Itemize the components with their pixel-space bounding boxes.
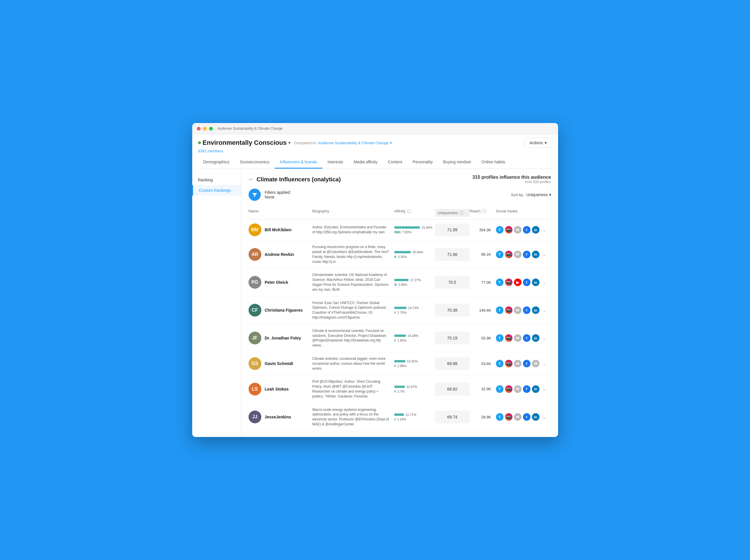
expand-row-button[interactable]: ⌄ xyxy=(542,227,551,233)
person-name[interactable]: Leah Stokes xyxy=(265,387,289,391)
tab-socioeconomics[interactable]: Socioeconomics xyxy=(235,156,275,169)
instagram-icon[interactable]: 📷 xyxy=(505,360,512,367)
compared-to-link[interactable]: Audiense Sustainability & Climate Change xyxy=(318,141,389,145)
instagram-icon[interactable]: 📷 xyxy=(505,278,512,286)
person-cell: CF Christiana Figueres xyxy=(249,304,312,316)
person-cell: AR Andrew Revkin xyxy=(249,248,312,261)
other-icon[interactable]: ✉ xyxy=(532,360,539,367)
facebook-icon[interactable]: f xyxy=(523,226,531,233)
other-icon[interactable]: ✉ xyxy=(514,226,521,233)
person-name[interactable]: Peter Gleick xyxy=(265,280,288,285)
compared-to-chevron[interactable]: ▾ xyxy=(390,141,392,145)
main-content: Ranking Custom Rankings ← Climate Influe… xyxy=(192,169,558,437)
tab-buying-mindset[interactable]: Buying mindset xyxy=(438,156,476,169)
person-name[interactable]: Andrew Revkin xyxy=(265,252,294,257)
twitter-icon[interactable]: T xyxy=(496,360,504,367)
twitter-icon[interactable]: T xyxy=(496,306,504,314)
twitter-icon[interactable]: T xyxy=(496,385,504,393)
actions-button[interactable]: Actions ▾ xyxy=(524,138,552,148)
facebook-icon[interactable]: f xyxy=(523,278,531,286)
facebook-icon[interactable]: f xyxy=(523,385,531,393)
expand-row-button[interactable]: ⌄ xyxy=(542,252,551,257)
facebook-icon[interactable]: f xyxy=(523,306,531,314)
facebook-icon[interactable]: f xyxy=(523,360,531,367)
maximize-button[interactable] xyxy=(209,127,213,130)
social-cell: T📷▶fin xyxy=(496,278,542,286)
close-button[interactable] xyxy=(197,127,201,130)
facebook-icon[interactable]: f xyxy=(523,413,531,421)
sidebar-item-ranking[interactable]: Ranking xyxy=(192,175,241,185)
person-name[interactable]: Bill McKibben xyxy=(265,227,292,232)
instagram-icon[interactable]: 📷 xyxy=(505,334,512,342)
twitter-icon[interactable]: T xyxy=(496,334,504,342)
avatar: JF xyxy=(249,332,261,345)
sidebar-item-custom-rankings[interactable]: Custom Rankings xyxy=(192,185,241,195)
twitter-icon[interactable]: T xyxy=(496,413,504,421)
uniqueness-value: 69.74 xyxy=(435,411,470,423)
expand-row-button[interactable]: ⌄ xyxy=(542,386,551,392)
expand-row-button[interactable]: ⌄ xyxy=(542,308,551,313)
affinity-info-icon[interactable]: i xyxy=(407,209,411,213)
linkedin-icon[interactable]: in xyxy=(532,413,539,421)
twitter-icon[interactable]: T xyxy=(496,251,504,258)
avatar: JJ xyxy=(249,411,261,423)
linkedin-icon[interactable]: in xyxy=(532,226,539,233)
sort-dropdown[interactable]: Uniqueness ▾ xyxy=(527,192,551,197)
instagram-icon[interactable]: 📷 xyxy=(505,413,512,421)
expand-row-button[interactable]: ⌄ xyxy=(542,414,551,420)
back-arrow-icon[interactable]: ← xyxy=(249,177,254,183)
affinity-bar1 xyxy=(394,386,405,388)
tab-online-habits[interactable]: Online habits xyxy=(476,156,510,169)
uniqueness-info-icon[interactable]: i xyxy=(459,211,463,215)
tab-influencers[interactable]: Influencers & brands xyxy=(275,156,322,169)
tab-personality[interactable]: Personality xyxy=(407,156,438,169)
twitter-icon[interactable]: T xyxy=(496,278,504,286)
audience-name-dropdown[interactable]: ▾ xyxy=(288,141,290,145)
actions-label: Actions xyxy=(530,141,543,145)
youtube-icon[interactable]: ▶ xyxy=(514,278,521,286)
instagram-icon[interactable]: 📷 xyxy=(505,306,512,314)
instagram-icon[interactable]: 📷 xyxy=(505,385,512,393)
affinity-pct1: 20.09% xyxy=(413,250,423,254)
twitter-icon[interactable]: T xyxy=(496,226,504,233)
uniqueness-value: 69.88 xyxy=(435,357,470,370)
filter-button[interactable] xyxy=(249,189,261,201)
linkedin-icon[interactable]: in xyxy=(532,278,539,286)
person-name[interactable]: Christiana Figueres xyxy=(265,308,303,312)
tab-interests[interactable]: Interests xyxy=(322,156,349,169)
affinity-bar-row2: 7.83% xyxy=(394,230,433,234)
other-icon[interactable]: ✉ xyxy=(514,413,521,421)
affinity-bar2 xyxy=(394,390,396,393)
linkedin-icon[interactable]: in xyxy=(532,385,539,393)
other-icon[interactable]: ✉ xyxy=(514,251,521,258)
facebook-icon[interactable]: f xyxy=(523,251,531,258)
linkedin-icon[interactable]: in xyxy=(532,251,539,258)
members-count[interactable]: 8392 members xyxy=(198,149,552,153)
other-icon[interactable]: ✉ xyxy=(514,385,521,393)
linkedin-icon[interactable]: in xyxy=(532,306,539,314)
other-icon[interactable]: ✉ xyxy=(514,334,521,342)
person-name[interactable]: Gavin Schmidt xyxy=(265,361,293,366)
social-cell: T📷✉fin xyxy=(496,251,542,258)
affinity-bar-row2: 1.79% xyxy=(394,311,433,314)
expand-row-button[interactable]: ⌄ xyxy=(542,361,551,367)
tab-demographics[interactable]: Demographics xyxy=(198,156,235,169)
expand-row-button[interactable]: ⌄ xyxy=(542,280,551,285)
person-name[interactable]: JesseJenkins xyxy=(265,415,291,419)
facebook-icon[interactable]: f xyxy=(523,334,531,342)
person-bio: Prof @UCSBpolisci. Author: Short Circuit… xyxy=(312,379,394,399)
affinity-bar-row1: 17.27% xyxy=(394,278,433,282)
compared-to-label: Compared to: xyxy=(294,141,317,145)
instagram-icon[interactable]: 📷 xyxy=(505,251,512,258)
tab-media-affinity[interactable]: Media affinity xyxy=(349,156,383,169)
affinity-bar-row1: 12.87% xyxy=(394,385,433,389)
other-icon[interactable]: ✉ xyxy=(514,360,521,367)
tab-content[interactable]: Content xyxy=(383,156,407,169)
person-name[interactable]: Dr. Jonathan Foley xyxy=(265,336,301,340)
expand-row-button[interactable]: ⌄ xyxy=(542,335,551,341)
reach-info-icon[interactable]: i xyxy=(482,209,486,213)
minimize-button[interactable] xyxy=(203,127,207,130)
linkedin-icon[interactable]: in xyxy=(532,334,539,342)
other-icon[interactable]: ✉ xyxy=(514,306,521,314)
instagram-icon[interactable]: 📷 xyxy=(505,226,512,233)
